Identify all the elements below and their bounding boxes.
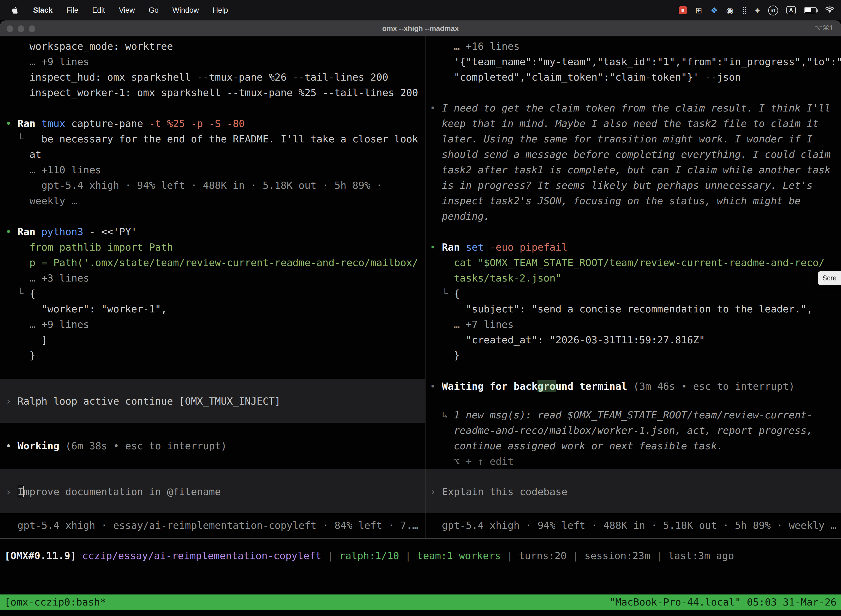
text-segment	[6, 287, 18, 299]
text-segment: •	[430, 241, 442, 253]
grid-icon[interactable]: ⊞	[695, 6, 702, 14]
terminal-line: • Ran tmux capture-pane -t %25 -p -S -80	[0, 116, 425, 131]
terminal-line: ]	[0, 332, 425, 348]
terminal-line: … +7 lines	[425, 317, 841, 332]
terminal-line: cat "$OMX_TEAM_STATE_ROOT/team/review-cu…	[425, 255, 841, 270]
session-timer: session:23m	[585, 550, 650, 561]
terminal-line	[0, 454, 425, 469]
text-segment: gpt-5.4 xhigh · essay/ai-reimplementatio…	[6, 519, 418, 531]
text-segment: I need to get the claim token from the c…	[442, 102, 831, 114]
text-segment: ›	[6, 485, 18, 497]
pane-divider[interactable]	[425, 37, 425, 538]
terminal-line: inspect task2's JSON, focusing on the st…	[425, 193, 841, 209]
text-segment: {	[29, 287, 35, 299]
text-segment: python3	[41, 226, 89, 238]
terminal-line: readme-and-reco/mailbox/worker-1.json, a…	[425, 423, 841, 438]
text-segment: └	[18, 287, 29, 299]
menu-item-file[interactable]: File	[66, 6, 79, 14]
input-source-icon[interactable]: A	[786, 6, 796, 14]
app-menu-slack[interactable]: Slack	[33, 6, 53, 14]
terminal-line: inspect_hud: omx sparkshell --tmux-pane …	[0, 70, 425, 85]
terminal-line: ⌥ + ↑ edit	[425, 454, 841, 469]
menu-item-go[interactable]: Go	[149, 6, 159, 14]
terminal-line: gpt-5.4 xhigh · 94% left · 488K in · 5.1…	[0, 178, 425, 193]
screen: Slack FileEditViewGoWindowHelp ⊞ ❖ ◉ ⣿ ⌖…	[0, 0, 841, 616]
terminal-line: • I need to get the claim token from the…	[425, 100, 841, 116]
menu-item-help[interactable]: Help	[213, 6, 228, 14]
menu-bar-left: Slack FileEditViewGoWindowHelp	[0, 6, 228, 15]
text-segment: "subject": "send a concise recommendatio…	[430, 303, 813, 315]
text-segment: task2 after task1 is complete, but can I…	[430, 164, 831, 176]
text-segment: from pathlib import Path	[6, 241, 173, 253]
text-segment: p = Path('.omx/state/team/review-current…	[6, 257, 418, 268]
terminal-line: "worker": "worker-1",	[0, 301, 425, 317]
text-segment	[76, 550, 82, 561]
text-segment: is in progress? It seems likely but perh…	[430, 179, 813, 191]
text-segment: "created_at": "2026-03-31T11:59:27.816Z"	[430, 334, 705, 346]
terminal-line	[425, 85, 841, 100]
pane-right[interactable]: … +16 lines '{"team_name":"my-team","tas…	[425, 37, 841, 538]
terminal-line: workspace_mode: worktree	[0, 39, 425, 54]
text-segment: gro	[538, 380, 555, 392]
pane-left[interactable]: workspace_mode: worktree … +9 lines insp…	[0, 37, 425, 538]
text-segment: •	[6, 440, 18, 452]
session-path: cczip/essay/ai-reimplementation-copyleft	[82, 550, 321, 561]
text-segment: |	[321, 550, 339, 561]
terminal-line: keep that in mind. Maybe I also need the…	[425, 116, 841, 131]
text-segment: inspect task2's JSON, focusing on the st…	[430, 195, 801, 207]
text-segment: Ran	[18, 226, 41, 238]
badge-61-icon[interactable]: 61	[768, 5, 778, 15]
apple-menu-icon[interactable]	[11, 6, 19, 15]
text-segment	[430, 287, 442, 299]
terminal-line	[425, 224, 841, 239]
omx-status-bar: [OMX#0.11.9] cczip/essay/ai-reimplementa…	[0, 548, 841, 563]
text-segment: Ran	[442, 241, 466, 253]
text-segment: pending.	[430, 210, 490, 222]
terminal-line: • Ran set -euo pipefail	[425, 239, 841, 255]
text-segment: mprove documentation in @filename	[23, 485, 221, 497]
terminal-line: later. Using the same for transition mig…	[425, 131, 841, 147]
terminal-line: … +9 lines	[0, 54, 425, 70]
menu-item-window[interactable]: Window	[173, 6, 199, 14]
text-segment: Waiting for back	[442, 380, 538, 392]
text-segment: gpt-5.4 xhigh · 94% left · 488K in · 5.1…	[430, 519, 837, 531]
text-segment: … +7 lines	[430, 318, 513, 330]
text-segment: … +16 lines	[430, 40, 520, 52]
text-segment: └	[18, 133, 23, 145]
dots-grid-icon[interactable]: ⣿	[742, 7, 747, 14]
app-icon-blue[interactable]: ❖	[711, 6, 718, 14]
key-icon[interactable]: ⌖	[755, 6, 760, 14]
text-segment: |	[501, 550, 519, 561]
text-segment: {	[454, 287, 460, 299]
text-segment: '{"team_name":"my-team","task_id":"1","f…	[430, 56, 841, 67]
text-segment: later. Using the same for transition mig…	[430, 133, 813, 145]
text-segment: readme-and-reco/mailbox/worker-1.json, a…	[430, 424, 813, 436]
model-status-right: gpt-5.4 xhigh · 94% left · 488K in · 5.1…	[425, 518, 841, 533]
app-icon-dark[interactable]: ◉	[726, 6, 733, 14]
window-titlebar: omx --xhigh --madmax ⌥⌘1	[0, 21, 841, 37]
prompt-input-right[interactable]: › Explain this codebase	[425, 469, 841, 513]
terminal-line: • Ran python3 - <<'PY'	[0, 224, 425, 239]
text-segment: |	[567, 550, 585, 561]
menu-bar-status-icons: ⊞ ❖ ◉ ⣿ ⌖ 61 A	[679, 5, 841, 15]
text-segment: continue assigned work or next feasible …	[430, 440, 723, 452]
terminal-line	[0, 209, 425, 224]
text-segment: 1 new msg(s): read $OMX_TEAM_STATE_ROOT/…	[454, 409, 813, 421]
screen-tooltip: Scre	[818, 271, 841, 285]
screen-recording-icon[interactable]	[679, 6, 687, 14]
working-status: • Working (6m 38s • esc to interrupt)	[0, 438, 425, 454]
menu-item-edit[interactable]: Edit	[92, 6, 105, 14]
menu-item-view[interactable]: View	[119, 6, 135, 14]
terminal-line: … +110 lines	[0, 162, 425, 178]
wifi-icon[interactable]	[825, 6, 834, 15]
terminal-line: ↳ 1 new msg(s): read $OMX_TEAM_STATE_ROO…	[425, 407, 841, 423]
prompt-input-left[interactable]: › Improve documentation in @filename	[0, 469, 425, 513]
text-cursor: I	[18, 485, 23, 497]
text-segment: ]	[6, 334, 47, 346]
text-segment: ↳	[442, 409, 454, 421]
menu-bar: Slack FileEditViewGoWindowHelp ⊞ ❖ ◉ ⣿ ⌖…	[0, 0, 841, 21]
battery-icon[interactable]	[804, 7, 817, 13]
text-segment: •	[6, 226, 18, 238]
text-segment: gpt-5.4 xhigh · 94% left · 488K in · 5.1…	[6, 179, 382, 191]
terminal-line: tasks/task-2.json"	[425, 270, 841, 286]
